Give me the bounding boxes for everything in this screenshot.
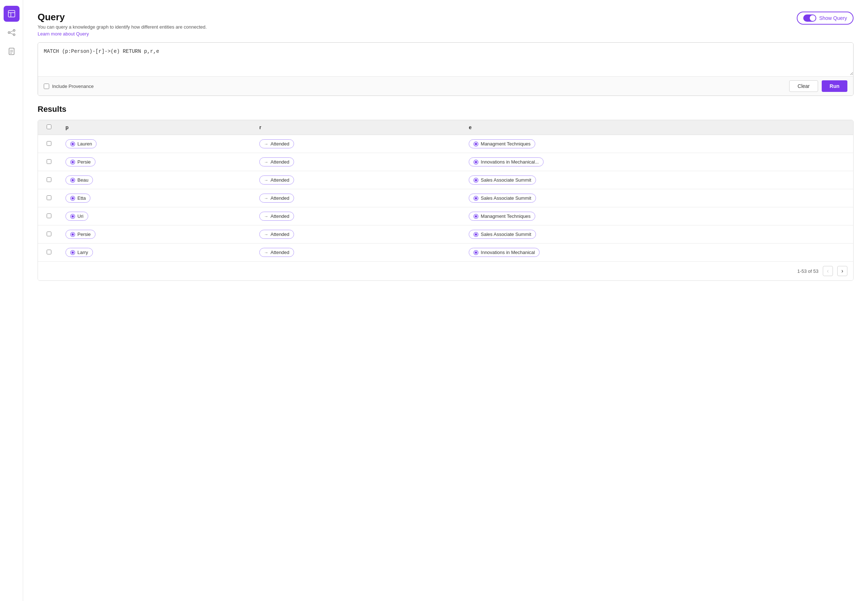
query-editor-box: MATCH (p:Person)-[r]->(e) RETURN p,r,e I… [38, 42, 854, 96]
entity-dot-e [474, 160, 478, 165]
entity-dot [70, 214, 75, 219]
relation-chip: →Attended [259, 175, 294, 185]
query-input[interactable]: MATCH (p:Person)-[r]->(e) RETURN p,r,e [38, 43, 853, 75]
cell-p: Uri [60, 207, 254, 226]
entity-chip-p: Larry [65, 248, 93, 257]
toggle-track [803, 14, 816, 22]
table-row: Persie→AttendedSales Associate Summit [38, 226, 853, 244]
row-checkbox[interactable] [47, 214, 51, 218]
cell-r: →Attended [254, 244, 463, 262]
query-header-left: Query You can query a knowledge graph to… [38, 12, 207, 37]
entity-chip-e: Managment Techniques [469, 139, 535, 148]
clear-button[interactable]: Clear [789, 80, 818, 92]
cell-p: Larry [60, 244, 254, 262]
row-checkbox-cell [38, 244, 60, 262]
entity-dot [70, 196, 75, 201]
arrow-icon: → [264, 250, 268, 255]
cell-r: →Attended [254, 171, 463, 189]
entity-chip-p: Uri [65, 212, 88, 221]
entity-label-e: Sales Associate Summit [481, 232, 531, 237]
row-checkbox-cell [38, 153, 60, 171]
entity-dot [70, 142, 75, 146]
row-checkbox[interactable] [47, 195, 51, 200]
entity-dot [70, 160, 75, 165]
header-row: p r e [38, 120, 853, 135]
pagination: 1-53 of 53 ‹ › [38, 261, 853, 281]
entity-dot [70, 250, 75, 255]
cell-r: →Attended [254, 207, 463, 226]
entity-dot-e [474, 142, 478, 146]
arrow-icon: → [264, 178, 268, 183]
sidebar [0, 0, 23, 601]
entity-dot-e [474, 196, 478, 201]
svg-rect-8 [9, 48, 14, 55]
row-checkbox[interactable] [47, 159, 51, 164]
pagination-next-button[interactable]: › [837, 266, 847, 276]
relation-label: Attended [271, 159, 289, 165]
arrow-icon: → [264, 232, 268, 237]
svg-point-5 [13, 34, 15, 36]
show-query-button[interactable]: Show Query [797, 12, 854, 24]
header-e-col: e [463, 120, 853, 135]
sidebar-item-table[interactable] [4, 6, 20, 22]
toggle-thumb [810, 15, 816, 21]
entity-chip-p: Persie [65, 157, 96, 166]
row-checkbox-cell [38, 171, 60, 189]
show-query-label: Show Query [819, 15, 847, 21]
relation-chip: →Attended [259, 248, 294, 257]
arrow-icon: → [264, 160, 268, 165]
select-all-checkbox[interactable] [47, 125, 51, 129]
row-checkbox[interactable] [47, 177, 51, 182]
entity-dot [70, 232, 75, 237]
entity-label-p: Etta [78, 195, 86, 201]
cell-e: Sales Associate Summit [463, 226, 853, 244]
include-provenance-checkbox[interactable] [44, 84, 49, 89]
cell-p: Persie [60, 226, 254, 244]
cell-e: Innovations in Mechanical [463, 244, 853, 262]
entity-label-e: Managment Techniques [481, 214, 531, 219]
table-row: Etta→AttendedSales Associate Summit [38, 189, 853, 207]
row-checkbox[interactable] [47, 141, 51, 146]
arrow-icon: → [264, 142, 268, 146]
entity-label-p: Persie [78, 232, 91, 237]
relation-chip: →Attended [259, 194, 294, 203]
cell-e: Managment Techniques [463, 135, 853, 153]
row-checkbox[interactable] [47, 250, 51, 254]
entity-label-e: Innovations in Mechanical [481, 250, 535, 255]
entity-dot-e [474, 250, 478, 255]
sidebar-item-graph[interactable] [4, 24, 20, 41]
row-checkbox-cell [38, 207, 60, 226]
cell-p: Lauren [60, 135, 254, 153]
learn-more-link[interactable]: Learn more about Query [38, 31, 89, 37]
entity-label-p: Uri [78, 214, 84, 219]
row-checkbox[interactable] [47, 232, 51, 236]
relation-label: Attended [271, 250, 289, 255]
sidebar-item-export[interactable] [4, 43, 20, 59]
pagination-prev-button[interactable]: ‹ [823, 266, 833, 276]
cell-e: Sales Associate Summit [463, 171, 853, 189]
entity-label-e: Innovations in Mechanical... [481, 159, 539, 165]
header-p-col: p [60, 120, 254, 135]
entity-chip-e: Sales Associate Summit [469, 194, 536, 203]
results-table: p r e Lauren→AttendedManagment Technique… [38, 120, 853, 261]
table-row: Beau→AttendedSales Associate Summit [38, 171, 853, 189]
query-description: You can query a knowledge graph to ident… [38, 24, 207, 30]
run-button[interactable]: Run [822, 80, 847, 92]
svg-point-3 [8, 32, 10, 34]
relation-chip: →Attended [259, 139, 294, 148]
cell-r: →Attended [254, 226, 463, 244]
pagination-info: 1-53 of 53 [797, 268, 818, 274]
svg-rect-0 [8, 11, 15, 17]
cell-e: Managment Techniques [463, 207, 853, 226]
entity-chip-e: Managment Techniques [469, 212, 535, 221]
query-toolbar: Include Provenance Clear Run [38, 76, 853, 96]
relation-chip: →Attended [259, 212, 294, 221]
entity-chip-e: Sales Associate Summit [469, 230, 536, 239]
entity-label-p: Beau [78, 177, 88, 183]
include-provenance-label[interactable]: Include Provenance [44, 84, 94, 89]
entity-label-e: Managment Techniques [481, 141, 531, 146]
entity-dot-e [474, 214, 478, 219]
table-row: Uri→AttendedManagment Techniques [38, 207, 853, 226]
relation-label: Attended [271, 214, 289, 219]
relation-label: Attended [271, 232, 289, 237]
